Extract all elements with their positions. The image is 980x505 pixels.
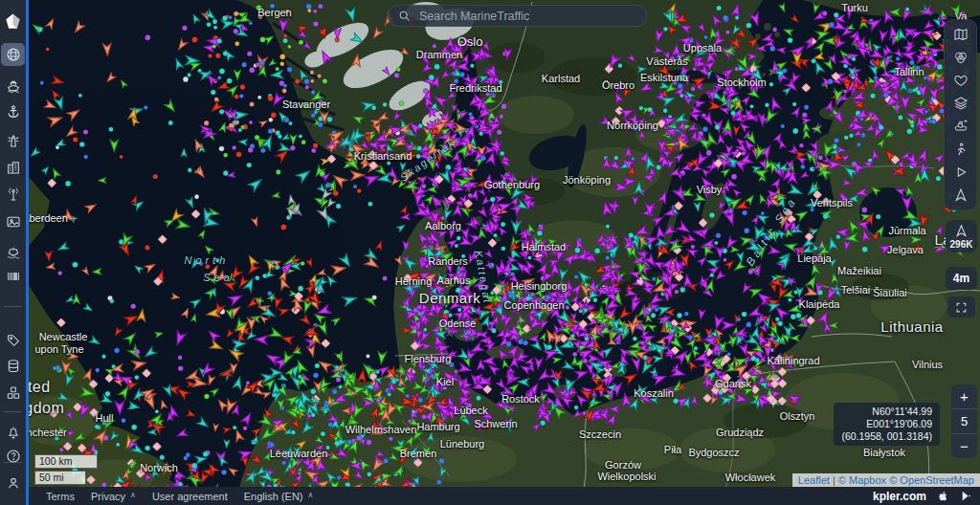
footer-link-privacy[interactable]: Privacy∧ [91,491,136,502]
chevron-up-icon: ∧ [308,491,314,499]
sidebar-item-tags[interactable] [1,329,25,352]
map-attribution: Leaflet | © Mapbox © OpenStreetMap [792,473,980,487]
companies-icon [6,160,21,175]
ports-icon [6,104,21,120]
vessels-icon [6,78,21,94]
footer-link-user-agreement[interactable]: User agreement [152,491,228,502]
map-canvas[interactable]: BergenOsloDrammenFredrikstadKarlstadÖreb… [0,0,980,505]
zoom-level: 5 [951,408,977,433]
port-calls-icon [6,245,21,260]
vessel-count-value: 296K [950,239,973,250]
vessel-arrow-icon [954,224,969,238]
basemap-imagery [0,0,980,505]
mapbox-link[interactable]: © Mapbox [838,474,886,486]
my-routes-icon [953,142,969,157]
notifications-icon [6,425,21,440]
coordinates-decimal: (60.1958, 001.3184) [841,430,932,443]
marinetraffic-logo-icon [4,12,22,31]
vessel-positions-icon [953,187,969,203]
sidebar-item-port-calls[interactable] [1,241,25,264]
bottom-bar: TermsPrivacy∧User agreementEnglish (EN)∧… [0,487,980,505]
sidebar-item-containers[interactable] [1,265,25,288]
sidebar-item-photos[interactable] [1,210,25,233]
my-routes-button[interactable] [945,139,976,160]
containers-icon [6,269,21,284]
vessel-positions-button[interactable] [945,185,976,206]
playback-icon [953,165,969,180]
google-play-icon[interactable] [960,490,972,502]
sidebar-item-marinetraffic-logo[interactable] [1,10,25,33]
kpler-link[interactable]: kpler.com [873,490,926,503]
sidebar-item-live-map[interactable] [1,43,25,66]
search-input[interactable] [417,9,636,24]
sidebar-item-lights[interactable] [1,129,25,152]
scale-mi: 50 mi [34,471,86,485]
sidebar-divider [4,306,22,307]
vessel-filters-icon [953,119,969,134]
playback-button[interactable] [945,162,976,183]
brand-group: kpler.com [873,490,972,503]
sidebar-accent-line [26,0,29,505]
coordinates-dms-lat: N60°11'44.99 [841,406,932,418]
search-icon [398,10,411,22]
sidebar-divider [4,462,22,463]
sidebar-item-notifications[interactable] [1,421,25,444]
search-bar[interactable] [388,5,647,27]
sidebar-item-vessels[interactable] [1,75,25,98]
sidebar-item-data-services[interactable] [1,355,25,378]
lights-icon [6,133,21,148]
zoom-out-button[interactable]: − [951,433,977,458]
favorites-icon [953,73,969,88]
attribution-separator: | [830,474,838,486]
live-map-icon [6,47,21,62]
sidebar-item-companies[interactable] [1,156,25,179]
favorites-button[interactable] [945,70,976,91]
osm-link[interactable]: © OpenStreetMap [889,474,974,486]
map-style-button[interactable] [945,24,976,45]
map-layers-icon [953,96,969,111]
coordinates-dms-lon: E001°19'06.09 [841,418,932,430]
sidebar-divider [4,411,22,412]
sidebar-item-account[interactable] [1,472,25,494]
photos-icon [6,214,21,230]
apple-icon[interactable] [937,490,949,502]
marinetraffic-app: BergenOsloDrammenFredrikstadKarlstadÖreb… [0,0,980,505]
filters-icon [953,50,969,65]
footer-link-terms[interactable]: Terms [46,491,75,502]
map-layers-button[interactable] [945,93,976,114]
vessel-filters-button[interactable] [945,116,976,137]
sidebar-item-ports[interactable] [1,100,25,123]
zoom-control: + 5 − [951,384,977,458]
vessel-count-button[interactable]: 296K [946,220,977,252]
account-icon [6,475,21,491]
right-toolbar [944,19,977,210]
time-filter-button[interactable]: 4m [946,267,977,290]
stations-icon [6,187,21,202]
filters-button[interactable] [945,47,976,68]
scale-km: 100 km [34,454,98,469]
tags-icon [6,333,21,348]
chevron-up-icon: ∧ [130,491,136,499]
sidebar-item-integrations[interactable] [1,382,25,405]
footer-link-english-en-[interactable]: English (EN)∧ [244,491,314,502]
footer-links: TermsPrivacy∧User agreementEnglish (EN)∧ [46,491,313,502]
fullscreen-button[interactable] [947,296,975,318]
sidebar-item-help[interactable] [1,445,25,468]
sidebar-item-stations[interactable] [1,183,25,206]
leaflet-link[interactable]: Leaflet [798,474,830,486]
cursor-coordinates: N60°11'44.99 E001°19'06.09 (60.1958, 001… [834,403,940,446]
data-services-icon [6,359,21,374]
fullscreen-icon [955,301,968,314]
left-sidebar [0,0,26,505]
map-scale: 100 km 50 mi [34,454,98,487]
map-style-icon [953,27,969,42]
zoom-in-button[interactable]: + [951,384,977,408]
integrations-icon [6,385,21,401]
